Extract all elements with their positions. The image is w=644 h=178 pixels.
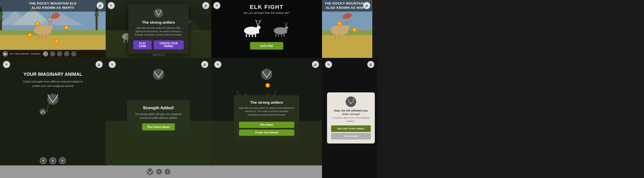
panel-1-header: THE ROCKY MOUNTAIN ELK ALSO KNOWN AS WAP… xyxy=(0,0,106,12)
antlers-popup: The strong antlers Male elks use their a… xyxy=(128,4,189,54)
create-animal-button-2[interactable]: Create Your Animal xyxy=(154,40,184,49)
sound-button-4[interactable]: 🔊 xyxy=(363,2,370,9)
close-button-2[interactable]: ✕ xyxy=(108,2,115,9)
svg-rect-31 xyxy=(249,34,250,37)
svg-rect-32 xyxy=(252,34,253,37)
elk-scene-panel-1: THE ROCKY MOUNTAIN ELK ALSO KNOWN AS WAP… xyxy=(0,0,106,58)
lets-go-button[interactable]: Let's Go! xyxy=(250,42,283,50)
svg-rect-39 xyxy=(281,34,282,37)
imaginary-animal-panel: ✕ 🔊 YOUR IMAGINARY ANIMAL Collect streng… xyxy=(0,58,106,178)
svg-point-58 xyxy=(261,69,272,80)
play-again-button[interactable]: PLAY AGAIN xyxy=(331,133,371,139)
play-game-button-7[interactable]: Play Game xyxy=(239,122,294,128)
panel-1-title-line2: ALSO KNOWN AS WAPITI xyxy=(2,6,104,10)
sound-button-8[interactable]: 🔊 xyxy=(367,61,374,68)
sound-button-6[interactable]: 🔊 xyxy=(201,61,208,68)
sound-button-5[interactable]: 🔊 xyxy=(96,61,103,68)
svg-rect-48 xyxy=(338,34,340,39)
bottom-strip-7 xyxy=(211,165,322,178)
strength-added-title: Strength Added! xyxy=(133,106,184,110)
svg-rect-14 xyxy=(38,34,39,39)
svg-rect-38 xyxy=(278,34,279,37)
nav-dot-5[interactable] xyxy=(71,51,76,56)
svg-rect-33 xyxy=(255,34,256,37)
defeat-card: Alas, the elk defeated you Antler streng… xyxy=(327,92,375,143)
create-animal-button-7[interactable]: Create Your Animal xyxy=(239,129,294,136)
hotspot-2[interactable] xyxy=(28,33,32,37)
bottom-strip-5 xyxy=(0,165,106,178)
play-game-button-2[interactable]: Play Game xyxy=(133,40,152,49)
svg-rect-15 xyxy=(42,34,43,39)
elk-scene-panel-4: THE ROCKY MOUNTAIN EL ALSO KNOWN AS WAPI… xyxy=(322,0,372,58)
svg-point-54 xyxy=(153,69,164,80)
nav-arrow[interactable]: ▶ xyxy=(3,51,8,57)
popup-text-2: Male elks use their antlers for defense … xyxy=(133,26,184,37)
imaginary-text: Collect strengths from different animal … xyxy=(23,80,83,88)
svg-rect-24 xyxy=(124,39,125,43)
hotspot-1[interactable] xyxy=(35,21,40,26)
nav-dot-3[interactable] xyxy=(57,51,62,56)
svg-rect-40 xyxy=(284,34,285,37)
defeat-body: Crucial for elks to win in the breeding … xyxy=(331,116,371,123)
svg-rect-37 xyxy=(275,34,276,37)
defeat-panel: ✕ 🔊 Alas, the elk defeated you Antler st… xyxy=(322,58,377,178)
add-btn-6-2[interactable]: + xyxy=(165,169,171,175)
nav-dot-1[interactable] xyxy=(43,51,48,56)
close-button-3[interactable]: ✕ xyxy=(213,2,220,9)
svg-point-46 xyxy=(345,25,350,29)
close-button-6[interactable]: ✕ xyxy=(109,61,116,68)
antlers-panel-bottom: ✕ 🔊 The strong antlers Male elks use the… xyxy=(211,58,322,178)
popup-text-7: Male elks use their antlers for defense … xyxy=(239,106,294,117)
svg-point-29 xyxy=(257,26,261,29)
svg-point-51 xyxy=(41,112,42,113)
nav-dot-2[interactable] xyxy=(50,51,55,56)
popup-icon xyxy=(154,9,163,18)
panel-1-title-line1: THE ROCKY MOUNTAIN ELK xyxy=(2,2,104,6)
defeat-elk-icon xyxy=(346,96,356,107)
nav-label: MY IMAGINARY ANIMAL xyxy=(10,53,41,55)
add-buttons-row: + + + xyxy=(40,157,66,164)
popup-title-2: The strong antlers xyxy=(133,20,184,24)
svg-rect-47 xyxy=(335,34,336,39)
bottom-strip-6: + + xyxy=(106,165,211,178)
elk-fight-subtitle: Are you stronger than the master elk? xyxy=(244,11,290,14)
hotspot-3[interactable] xyxy=(54,39,59,44)
antlers-popup-bottom: The strong antlers Male elks use their a… xyxy=(234,95,299,141)
elk-scene-panel-2: ✕ 🔊 The strong antlers Male elks use the… xyxy=(106,0,211,58)
play-game-again-button[interactable]: Play Game Again xyxy=(142,123,175,130)
popup-title-7: The strong antlers xyxy=(239,100,294,104)
close-button-8[interactable]: ✕ xyxy=(325,61,332,68)
svg-rect-30 xyxy=(246,34,247,37)
sound-button-2[interactable]: 🔊 xyxy=(202,2,209,9)
add-btn-2[interactable]: + xyxy=(49,157,56,164)
add-btn-6-1[interactable]: + xyxy=(156,169,162,175)
nav-dot-4[interactable] xyxy=(64,51,69,56)
svg-rect-25 xyxy=(127,39,128,43)
strength-added-popup: Strength Added! The strong antlers will … xyxy=(127,100,190,136)
add-btn-3[interactable]: + xyxy=(59,157,66,164)
sound-button-7[interactable]: 🔊 xyxy=(312,61,319,68)
strength-added-panel: ✕ 🔊 Strength Added! The strong antlers w… xyxy=(106,58,211,178)
svg-point-36 xyxy=(285,26,288,29)
defeat-title: Alas, the elk defeated you xyxy=(331,109,371,112)
hotspot-4[interactable] xyxy=(64,25,69,30)
svg-point-13 xyxy=(48,25,53,29)
hotspot-7[interactable] xyxy=(265,83,270,88)
close-button-7[interactable]: ✕ xyxy=(214,61,221,68)
defeat-subtitle: Antler strength xyxy=(331,113,371,116)
animal-builder xyxy=(38,93,68,118)
imaginary-title: YOUR IMAGINARY ANIMAL xyxy=(23,72,82,77)
elk-silhouettes xyxy=(240,19,293,37)
hotspot-5[interactable] xyxy=(337,21,342,26)
add-btn-1[interactable]: + xyxy=(40,157,47,164)
svg-rect-16 xyxy=(45,34,47,39)
nav-dots-1: ▶ MY IMAGINARY ANIMAL xyxy=(0,50,106,58)
elk-fight-title: ELK FIGHT xyxy=(250,4,284,10)
hotspot-6[interactable] xyxy=(352,28,357,32)
close-button-5[interactable]: ✕ xyxy=(3,61,10,68)
strength-added-text: The strong antlers will give your imagin… xyxy=(133,112,184,120)
svg-point-55 xyxy=(147,168,153,175)
sound-button-1[interactable]: 🔊 xyxy=(97,2,104,9)
svg-rect-43 xyxy=(322,35,372,58)
add-to-animal-button[interactable]: ADD THIS TO MY ANIMAL xyxy=(331,125,371,132)
